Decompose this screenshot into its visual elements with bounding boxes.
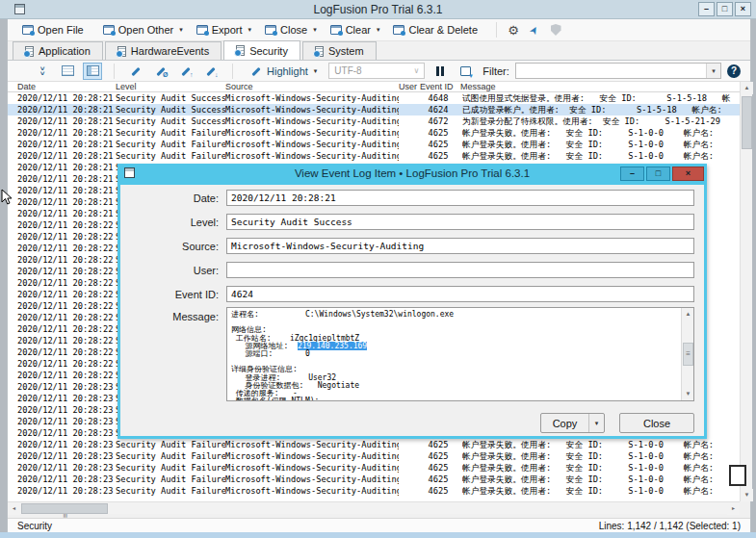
chevron-down-icon: ∨ [413, 66, 419, 75]
expand-all-button[interactable]: ˅˅ [33, 63, 52, 80]
log-tab-icon [25, 46, 34, 57]
column-header-source[interactable]: Source [225, 82, 253, 91]
cell-date: 2020/12/11 20:28:21 [17, 140, 115, 149]
encoding-select[interactable]: UTF-8 ∨ [328, 63, 425, 79]
scroll-up-icon[interactable]: ▲ [741, 82, 753, 94]
cell-date: 2020/12/11 20:28:23 [17, 382, 115, 392]
settings-button[interactable]: ⚙ [503, 20, 524, 39]
cell-event-id: 4625 [422, 463, 455, 473]
date-field[interactable]: 2020/12/11 20:28:21 [226, 190, 694, 206]
view-columns-button[interactable] [83, 63, 102, 80]
cell-source: Microsoft-Windows-Security-Auditing [225, 463, 399, 473]
log-tab[interactable]: Security [223, 40, 300, 60]
cell-level: Security Audit Success [116, 105, 225, 115]
cell-source: Microsoft-Windows-Security-Auditing [225, 151, 399, 161]
horizontal-scrollbar-thumb[interactable]: ≡ [21, 503, 108, 514]
user-field[interactable] [226, 262, 694, 278]
pin-button[interactable]: ➤ [524, 20, 545, 39]
log-row[interactable]: 2020/12/11 20:28:21 Security Audit Failu… [8, 127, 740, 139]
scroll-right-icon[interactable]: ▸ [727, 502, 740, 515]
log-row[interactable]: 2020/12/11 20:28:21 Security Audit Succe… [8, 92, 740, 104]
log-row[interactable]: 2020/12/11 20:28:21 Security Audit Succe… [8, 115, 740, 127]
cell-date: 2020/12/11 20:28:23 [17, 394, 115, 403]
floating-window-outline [729, 465, 746, 486]
log-row[interactable]: 2020/12/11 20:28:23 Security Audit Failu… [8, 485, 740, 497]
cell-date: 2020/12/11 20:28:22 [17, 255, 115, 265]
log-row[interactable]: 2020/12/11 20:28:23 Security Audit Failu… [8, 474, 740, 485]
cell-level: Security Audit Failure [116, 151, 225, 161]
view-plain-button[interactable] [58, 63, 77, 80]
cell-date: 2020/12/11 20:28:22 [17, 301, 115, 311]
log-tab[interactable]: HardwareEvents [105, 41, 222, 60]
highlight-clear-button[interactable]: Ø [151, 63, 170, 80]
autoscroll-icon [460, 66, 471, 76]
cell-date: 2020/12/11 20:28:22 [17, 313, 115, 322]
dropdown-arrow-icon: ▾ [314, 67, 318, 75]
log-row[interactable]: 2020/12/11 20:28:23 Security Audit Failu… [8, 439, 740, 450]
cell-source: Microsoft-Windows-Security-Auditing [225, 128, 399, 138]
toolbar-button[interactable]: Close ▾ [258, 20, 324, 39]
minimize-button[interactable]: – [698, 2, 715, 16]
pin-icon: ➤ [527, 23, 542, 37]
cell-date: 2020/12/11 20:28:23 [17, 451, 115, 461]
main-titlebar[interactable]: LogFusion Pro Trial 6.3.1 – □ × [0, 0, 756, 19]
dialog-close-action-button[interactable]: Close [619, 413, 694, 433]
message-scrollbar[interactable]: ▲ ≡ ▼ [681, 308, 693, 400]
log-row[interactable]: 2020/12/11 20:28:21 Security Audit Succe… [8, 104, 740, 115]
column-header-eventid[interactable]: Event ID [420, 82, 454, 91]
eventid-field[interactable]: 4624 [226, 286, 694, 302]
dialog-body: Date: 2020/12/11 20:28:21 Level: Securit… [120, 185, 704, 436]
toolbar-button[interactable]: Open Other ▾ [96, 20, 190, 39]
dropdown-arrow-icon: ▾ [248, 26, 252, 34]
log-tab[interactable]: System [302, 41, 377, 60]
horizontal-scrollbar[interactable]: ◂ ≡ ▸ [8, 501, 740, 514]
highlight-prev-button[interactable]: ↑ [176, 63, 196, 80]
message-field[interactable]: 进程名: C:\Windows\System32\winlogon.exe 网络… [226, 307, 694, 401]
copy-button[interactable]: Copy ▾ [540, 413, 605, 433]
highlight-menu-button[interactable]: Highlight ▾ [245, 63, 323, 80]
cell-level: Security Audit Success [116, 93, 225, 103]
column-header-message[interactable]: Message [460, 82, 496, 91]
log-row[interactable]: 2020/12/11 20:28:23 Security Audit Failu… [8, 462, 740, 474]
log-row[interactable]: 2020/12/11 20:28:21 Security Audit Failu… [8, 150, 740, 162]
toolbar-button[interactable]: Clear ▾ [324, 20, 387, 39]
toolbar-button[interactable]: Open File [15, 20, 96, 39]
cell-source: Microsoft-Windows-Security-Auditing [225, 451, 399, 461]
scroll-down-icon[interactable]: ▼ [682, 388, 694, 400]
cell-date: 2020/12/11 20:28:21 [17, 186, 115, 195]
filter-input[interactable] [516, 64, 706, 78]
log-file-icon [265, 25, 276, 35]
highlight-next-button[interactable]: ↓ [201, 63, 221, 80]
message-scrollbar-thumb[interactable]: ≡ [683, 343, 693, 366]
dialog-maximize-button[interactable]: □ [646, 167, 670, 181]
filter-dropdown-button[interactable]: ▾ [706, 64, 720, 78]
log-tab[interactable]: Application [13, 41, 103, 60]
admin-button[interactable] [545, 20, 566, 39]
dialog-titlebar[interactable]: View Event Log Item • LogFusion Pro Tria… [117, 164, 707, 185]
highlight-add-button[interactable] [126, 63, 145, 80]
pause-button[interactable] [430, 63, 450, 80]
column-header-level[interactable]: Level [116, 82, 137, 91]
toolbar-button-label: Clear & Delete [408, 24, 478, 36]
autoscroll-button[interactable] [456, 63, 475, 80]
dialog-close-button[interactable]: × [672, 167, 704, 181]
vertical-scrollbar[interactable]: ▲ ▼ [740, 82, 752, 501]
maximize-button[interactable]: □ [717, 2, 733, 16]
vertical-scrollbar-thumb[interactable] [742, 96, 752, 149]
scroll-up-icon[interactable]: ▲ [682, 308, 694, 320]
column-header-date[interactable]: Date [17, 82, 36, 91]
dropdown-arrow-icon: ▾ [179, 26, 183, 34]
source-field[interactable]: Microsoft-Windows-Security-Auditing [226, 238, 694, 254]
log-row[interactable]: 2020/12/11 20:28:21 Security Audit Failu… [8, 139, 740, 150]
close-button[interactable]: × [735, 2, 751, 16]
scroll-down-icon[interactable]: ▼ [741, 489, 753, 501]
column-header-user[interactable]: User [399, 82, 417, 91]
cell-date: 2020/12/11 20:28:22 [17, 243, 115, 253]
dialog-minimize-button[interactable]: – [620, 167, 644, 181]
toolbar-button[interactable]: Export ▾ [190, 20, 258, 39]
scroll-left-icon[interactable]: ◂ [8, 502, 20, 515]
toolbar-button[interactable]: Clear & Delete [386, 20, 490, 39]
log-row[interactable]: 2020/12/11 20:28:23 Security Audit Failu… [8, 450, 740, 462]
level-field[interactable]: Security Audit Success [226, 214, 694, 230]
help-button[interactable]: ? [727, 64, 741, 78]
